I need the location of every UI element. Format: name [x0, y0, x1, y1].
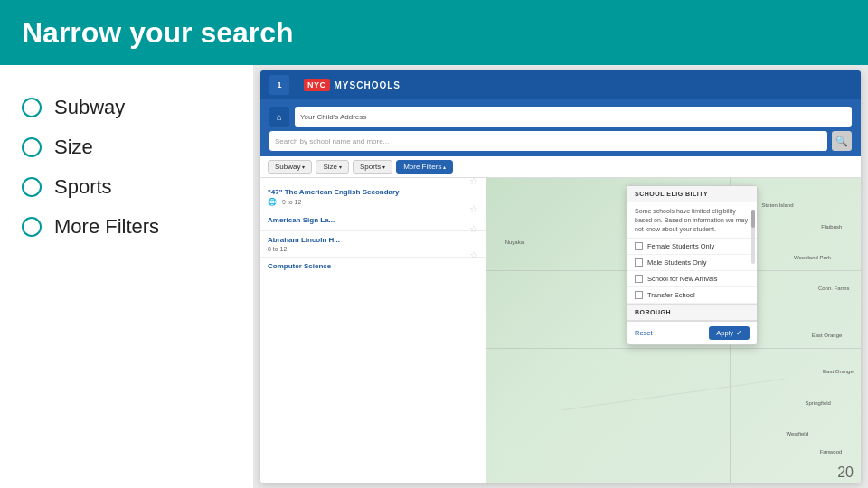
apply-button[interactable]: Apply ✓: [709, 326, 750, 340]
page-title: Narrow your search: [22, 16, 294, 50]
scrollbar[interactable]: [751, 210, 755, 264]
star-icon[interactable]: ☆: [469, 178, 478, 187]
table-row: "47" The American English Secondary ☆ 🌐 …: [260, 183, 486, 211]
star-icon[interactable]: ☆: [469, 223, 478, 235]
filter-sports[interactable]: Sports ▾: [353, 160, 392, 174]
dropdown-section-title: SCHOOL ELIGIBILITY: [627, 186, 757, 202]
map-label: Westfield: [786, 431, 808, 436]
main-content: Subway Size Sports More Filters 1: [0, 65, 868, 488]
filter-subway[interactable]: Subway ▾: [268, 160, 312, 174]
filter-size[interactable]: Size ▾: [316, 160, 349, 174]
chevron-down-icon: ▾: [382, 164, 385, 170]
reset-button[interactable]: Reset: [635, 329, 653, 337]
globe-icon: 🌐: [268, 198, 277, 206]
school-list: "47" The American English Secondary ☆ 🌐 …: [260, 178, 486, 483]
school-name[interactable]: Abraham Lincoln H...: [268, 236, 340, 244]
search-input[interactable]: Search by school name and more...: [269, 131, 827, 151]
map-label: East Orange: [812, 333, 843, 338]
label-subway: Subway: [54, 96, 125, 119]
dropdown-panel: SCHOOL ELIGIBILITY Some schools have lim…: [627, 185, 758, 345]
checkbox-label: Female Students Only: [647, 242, 714, 250]
school-name[interactable]: "47" The American English Secondary: [268, 188, 400, 196]
map-label: Staten Island: [761, 202, 793, 208]
table-row: Computer Science ☆: [260, 258, 486, 277]
address-row: ⌂ Your Child's Address: [269, 107, 852, 127]
search-button[interactable]: 🔍: [832, 131, 852, 151]
grade-range: 8 to 12: [268, 246, 287, 252]
checkbox-transfer-school[interactable]: Transfer School: [627, 287, 757, 304]
bullet-icon-size: [22, 137, 42, 157]
address-input[interactable]: Your Child's Address: [295, 107, 852, 127]
map-label: Springfield: [806, 400, 831, 406]
star-icon[interactable]: ☆: [469, 249, 478, 261]
map-label: Flatbush: [821, 224, 842, 230]
map-area: Staten Island Flatbush Woodland Park Con…: [486, 178, 861, 483]
dropdown-footer: Reset Apply ✓: [627, 321, 757, 344]
school-meta: 8 to 12: [268, 246, 478, 252]
nyc-logo: NYC: [304, 79, 330, 91]
chevron-down-icon: ▾: [339, 164, 342, 170]
map-label: Nuyaka: [505, 239, 524, 245]
label-size: Size: [54, 136, 93, 159]
nyc-navbar: 1 NYC MYSCHOOLS: [260, 70, 861, 99]
map-label: East Orange: [823, 369, 854, 374]
chevron-up-icon: ▴: [443, 164, 446, 170]
search-placeholder: Search by school name and more...: [275, 137, 389, 145]
checkbox-label: Male Students Only: [647, 258, 706, 267]
nyc-number: 1: [269, 75, 289, 95]
list-item-sports: Sports: [22, 175, 239, 199]
checkbox-male-students[interactable]: Male Students Only: [627, 255, 757, 271]
school-name[interactable]: American Sign La...: [268, 216, 335, 224]
search-row: Search by school name and more... 🔍: [269, 131, 852, 151]
checkbox-female-students[interactable]: Female Students Only: [627, 239, 757, 255]
checkbox-icon[interactable]: [635, 242, 643, 250]
bullet-icon-subway: [22, 98, 42, 117]
bullet-icon-more-filters: [22, 217, 42, 237]
home-icon: ⌂: [269, 107, 289, 127]
checkbox-label: School for New Arrivals: [647, 275, 718, 283]
grade-range: 9 to 12: [282, 199, 301, 205]
checkbox-icon[interactable]: [635, 275, 643, 283]
checkbox-new-arrivals[interactable]: School for New Arrivals: [627, 271, 757, 287]
checkbox-icon[interactable]: [635, 258, 643, 267]
table-row: American Sign La... ☆: [260, 211, 486, 231]
bullet-icon-sports: [22, 177, 42, 197]
list-item-more-filters: More Filters: [22, 215, 239, 239]
search-area: ⌂ Your Child's Address Search by school …: [260, 99, 861, 156]
checkbox-label: Transfer School: [647, 291, 695, 299]
header-bar: Narrow your search: [0, 0, 868, 65]
feature-list: Subway Size Sports More Filters: [22, 96, 239, 239]
map-label: Fanwood: [820, 449, 843, 455]
address-placeholder: Your Child's Address: [300, 113, 366, 121]
checkbox-icon[interactable]: [635, 291, 643, 299]
scrollbar-thumb[interactable]: [751, 210, 755, 228]
right-panel: 1 NYC MYSCHOOLS ⌂ Your Child's Address: [253, 65, 868, 488]
school-name[interactable]: Computer Science: [268, 262, 331, 270]
checkmark-icon: ✓: [736, 329, 742, 337]
browser-window: 1 NYC MYSCHOOLS ⌂ Your Child's Address: [260, 70, 861, 483]
content-area: "47" The American English Secondary ☆ 🌐 …: [260, 178, 861, 483]
label-more-filters: More Filters: [54, 215, 159, 239]
nyc-myschools-label: MYSCHOOLS: [335, 80, 401, 90]
filter-bar: Subway ▾ Size ▾ Sports ▾ More Filters ▴: [260, 156, 861, 178]
list-item-size: Size: [22, 136, 239, 159]
chevron-down-icon: ▾: [302, 164, 305, 170]
star-icon[interactable]: ☆: [469, 203, 478, 215]
table-row: Abraham Lincoln H... ☆ 8 to 12: [260, 231, 486, 258]
dropdown-description: Some schools have limited eligibility ba…: [627, 202, 757, 239]
dropdown-section-title-borough: BOROUGH: [627, 304, 757, 321]
school-meta: 🌐 9 to 12: [268, 198, 478, 206]
left-panel: Subway Size Sports More Filters: [0, 65, 253, 488]
map-label: Woodland Park: [794, 255, 831, 260]
filter-more-filters[interactable]: More Filters ▴: [396, 160, 453, 174]
page-number: 20: [837, 465, 854, 481]
map-label: Conn. Farms: [818, 286, 850, 291]
list-item-subway: Subway: [22, 96, 239, 119]
label-sports: Sports: [54, 175, 112, 199]
